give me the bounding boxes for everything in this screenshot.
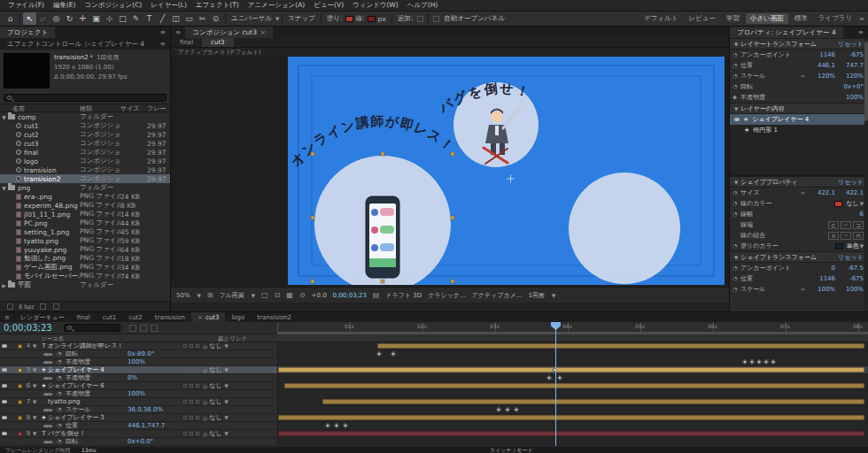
stopwatch-icon[interactable]: ◔: [57, 374, 66, 381]
panel-menu-icon[interactable]: ≡: [171, 27, 185, 38]
property-row[interactable]: ◀◆▶ ◔ 回転 0x-89.0°: [0, 350, 868, 358]
twirl-icon[interactable]: ▼: [734, 106, 738, 111]
close-icon[interactable]: ×: [260, 29, 266, 36]
composition-canvas[interactable]: バグを倒せ！ オンライン講師が即レス！: [288, 57, 725, 285]
keyframe-icon[interactable]: [756, 359, 762, 365]
layer-contents-header[interactable]: ▼ レイヤーの内容: [730, 103, 868, 114]
stopwatch-icon[interactable]: ◔: [732, 211, 740, 218]
auto-open-panels-icon[interactable]: [433, 16, 439, 22]
property-track[interactable]: [277, 390, 868, 397]
menu-help[interactable]: ヘルプ(H): [403, 1, 443, 10]
position-row[interactable]: ◔ 位置 1146 -675: [730, 273, 868, 284]
tab-render-queue[interactable]: レンダーキュー: [14, 312, 71, 322]
composition-mini-flowchart-icon[interactable]: [129, 325, 136, 332]
clone-stamp-tool[interactable]: ◫: [169, 12, 182, 25]
layer-track[interactable]: [277, 342, 868, 349]
line-cap-row[interactable]: 線端 ⊏ ◠ ⊐: [730, 219, 868, 230]
pickwhip-icon[interactable]: ◎: [203, 415, 207, 421]
layer-duration-bar[interactable]: [278, 415, 864, 420]
column-framerate[interactable]: フレー: [147, 104, 170, 111]
column-name[interactable]: 名前: [0, 104, 80, 111]
label-color-chip[interactable]: [18, 384, 22, 388]
shape-tool[interactable]: □: [116, 12, 129, 25]
pen-tool[interactable]: ✎: [129, 12, 143, 25]
stopwatch-icon[interactable]: ◔: [57, 358, 66, 365]
parent-select[interactable]: なし: [209, 381, 221, 390]
fill-color-swatch[interactable]: [345, 16, 353, 22]
tab-cut1[interactable]: cut1: [97, 312, 122, 322]
layer-duration-bar[interactable]: [322, 399, 864, 404]
stopwatch-icon[interactable]: ◔: [732, 62, 740, 69]
twirl-icon[interactable]: ▼: [33, 415, 40, 420]
pickwhip-icon[interactable]: ◎: [203, 343, 207, 349]
visibility-eye-icon[interactable]: [2, 432, 7, 435]
join-bevel-button[interactable]: ⊓: [853, 232, 864, 240]
keyframe-nav-icon[interactable]: ◀◆▶: [39, 391, 57, 396]
new-folder-icon[interactable]: [40, 303, 46, 310]
view-tab-cut3[interactable]: cut3: [202, 38, 233, 47]
visibility-eye-icon[interactable]: [734, 118, 740, 121]
project-row-folder[interactable]: ▶ 平面フォルダー: [0, 280, 170, 289]
tab-transision2[interactable]: transision2: [251, 312, 298, 322]
fill-type-select[interactable]: 単色: [847, 242, 859, 250]
layer-row[interactable]: 6 ▼ ★ シェイプレイヤー 6 ◎ なし ▼: [0, 382, 868, 390]
brush-tool[interactable]: ╱: [156, 12, 169, 25]
keyframe-icon[interactable]: [376, 351, 382, 357]
layer-track[interactable]: [277, 366, 868, 373]
layer-track[interactable]: [277, 382, 868, 389]
join-miter-button[interactable]: Λ: [828, 232, 839, 240]
project-row[interactable]: ▼ logoコンポジション 29.97: [0, 157, 170, 165]
pickwhip-icon[interactable]: ◎: [203, 431, 207, 437]
layer-duration-bar[interactable]: [284, 383, 864, 388]
position-row[interactable]: ◔ 位置 446.1 747.7: [730, 60, 868, 71]
value-x[interactable]: 100%: [807, 286, 835, 293]
value-y[interactable]: -675: [835, 51, 864, 58]
transparency-grid-icon[interactable]: ▦: [286, 291, 293, 299]
add-button-icon[interactable]: [417, 16, 423, 22]
twirl-icon[interactable]: ▼: [734, 255, 738, 260]
grid-guides-icon[interactable]: ⊞: [207, 291, 213, 299]
keyframe-nav-icon[interactable]: ◀◆▶: [39, 351, 57, 357]
stopwatch-icon[interactable]: ◔: [57, 406, 66, 413]
region-of-interest-icon[interactable]: ⊡: [275, 291, 281, 299]
value[interactable]: 6: [835, 211, 864, 218]
value-x[interactable]: 120%: [807, 73, 835, 80]
keyframe-icon[interactable]: [391, 351, 396, 357]
scale-row[interactable]: ◔ スケール ∞ 120% 120%: [730, 71, 868, 81]
column-type[interactable]: 種類: [80, 104, 120, 111]
exposure-value[interactable]: +0.0: [312, 292, 327, 299]
universal-mode-button[interactable]: ユニバーサル: [229, 14, 275, 23]
tab-properties[interactable]: プロパティ: シェイプレイヤー 4: [730, 27, 843, 38]
menu-animation[interactable]: アニメーション(A): [244, 1, 310, 10]
sampling-select[interactable]: クラシック...: [428, 291, 466, 300]
twirl-icon[interactable]: ▼: [0, 185, 8, 191]
property-track[interactable]: [277, 350, 868, 357]
graph-editor-icon[interactable]: [151, 325, 158, 332]
time-ruler[interactable]: 01s 02s 03s 04s 05s 06s 07s 08s: [277, 322, 868, 334]
tab-cut2[interactable]: cut2: [122, 312, 148, 322]
menu-effect[interactable]: エフェクト(T): [191, 1, 244, 10]
timeline-search-input[interactable]: [64, 324, 120, 332]
stopwatch-icon[interactable]: ◔: [57, 350, 66, 357]
reset-button[interactable]: リセット: [838, 40, 864, 49]
layer-track[interactable]: [277, 398, 868, 405]
visibility-eye-icon[interactable]: [2, 416, 7, 419]
home-icon[interactable]: ⌂: [4, 12, 17, 25]
property-row[interactable]: ◀◆▶ ◔ 回転 0x+0.0°: [0, 438, 868, 446]
cap-projecting-button[interactable]: ⊐: [853, 221, 864, 229]
value-x[interactable]: 446.1: [807, 62, 835, 69]
value-y[interactable]: 422.1: [835, 189, 864, 196]
pan-behind-tool[interactable]: ⊹: [103, 12, 116, 25]
reset-button[interactable]: リセット: [838, 178, 864, 187]
value-y[interactable]: 120%: [835, 73, 864, 80]
value-x[interactable]: 422.1: [807, 189, 835, 196]
project-row-folder[interactable]: ▼ comp フォルダー: [0, 112, 170, 121]
layer-row[interactable]: 7 ▼ tyatto.png ◎ なし ▼: [0, 398, 868, 406]
stroke-type-select[interactable]: なし: [846, 199, 858, 208]
stroke-color-row[interactable]: ◔ 線のカラー なし ▼: [730, 198, 868, 209]
stopwatch-icon[interactable]: ◔: [732, 286, 740, 293]
value-x[interactable]: 1146: [807, 275, 835, 282]
fill-color-swatch[interactable]: [835, 243, 843, 250]
eraser-tool[interactable]: ▭: [182, 12, 196, 25]
type-tool[interactable]: T: [143, 12, 156, 25]
